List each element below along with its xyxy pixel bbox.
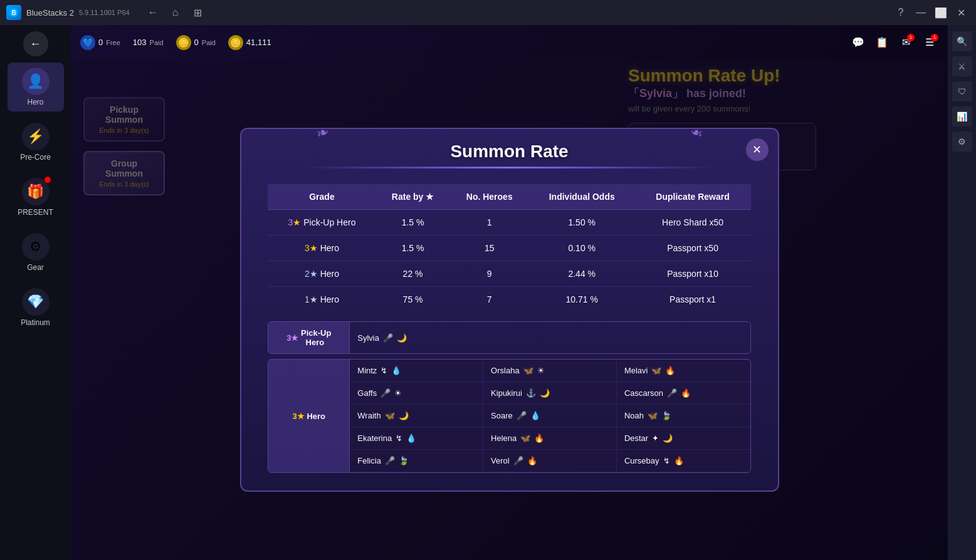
nav-windows-btn[interactable]: ⊞: [189, 4, 207, 21]
title-decoration: [305, 167, 714, 169]
sidebar-item-precore[interactable]: ⚡ Pre-Core: [8, 118, 64, 167]
three-star-hero-section: 3★ Hero Mintz ↯ 💧 Orslaha 🦋 ☀: [268, 359, 750, 473]
sidebar-item-gear[interactable]: ⚙ Gear: [8, 228, 64, 277]
right-btn-3[interactable]: 🛡: [952, 81, 972, 101]
paid-value: 103: [133, 38, 147, 47]
noah-name: Noah: [624, 411, 644, 420]
coins-icon: 🪙: [228, 35, 243, 50]
orslaha-name: Orslaha: [491, 366, 520, 375]
sidebar-platinum-label: Platinum: [21, 318, 50, 327]
heroes-3star: 15: [449, 236, 529, 261]
destar-icon2: 🌙: [663, 433, 673, 443]
helena-name: Helena: [491, 433, 517, 443]
gaffs-icon2: ☀: [394, 388, 402, 398]
modal-close-btn[interactable]: ✕: [746, 138, 769, 161]
cursebay-name: Cursebay: [624, 456, 659, 465]
star-symbol: ★: [293, 217, 301, 227]
grade-pickup-3star: 3★ Pick-Up Hero: [268, 210, 375, 236]
sidebar-item-present[interactable]: 🎁 PRESENT: [8, 173, 64, 222]
nav-home-btn[interactable]: ⌂: [167, 4, 184, 21]
heroes-2star: 9: [449, 261, 529, 287]
helena-icon2: 🔥: [534, 433, 544, 443]
orslaha-icon2: ☀: [537, 366, 545, 375]
wraith-icon1: 🦋: [385, 411, 395, 420]
hero-soare: Soare 🎤 💧: [483, 405, 617, 427]
app-icon: B: [6, 5, 21, 20]
melavi-icon1: 🦋: [651, 366, 661, 375]
col-rate: Rate by ★: [376, 184, 450, 210]
present-icon: 🎁: [22, 178, 50, 205]
hero-ekaterina: Ekaterina ↯ 💧: [350, 427, 483, 450]
gear-icon: ⚙: [22, 233, 50, 261]
cursebay-icon2: 🔥: [674, 456, 684, 465]
menu-btn[interactable]: ☰ 1: [921, 34, 938, 51]
coins-value: 41,111: [246, 38, 271, 47]
hero-icon: 👤: [22, 68, 50, 95]
kipukirui-name: Kipukirui: [491, 388, 522, 398]
ekaterina-name: Ekaterina: [357, 433, 392, 443]
felicia-icon1: 🎤: [385, 456, 395, 465]
col-odds: Individual Odds: [529, 184, 634, 210]
modal-overlay: ❧ ❧ Summon Rate ✕ Grade Rate by ★ No. He…: [71, 60, 948, 560]
resource-free: 💙 0 Free: [80, 35, 120, 50]
left-sidebar: ← 👤 Hero ⚡ Pre-Core 🎁 PRESENT ⚙ Gear 💎 P…: [0, 25, 71, 560]
reward-pickup: Hero Shard x50: [634, 210, 750, 236]
app-version: 5.9.11.1001 P64: [79, 9, 130, 16]
sidebar-hero-label: Hero: [27, 98, 43, 106]
right-btn-5[interactable]: ⚙: [952, 132, 972, 152]
modal-title: Summon Rate: [254, 142, 765, 162]
resource-gold-ticket: 🪙 0 Paid: [176, 35, 216, 50]
free-label: Free: [106, 39, 120, 46]
right-btn-2[interactable]: ⚔: [952, 56, 972, 76]
table-header-row: Grade Rate by ★ No. Heroes Individual Od…: [268, 184, 750, 210]
col-heroes: No. Heroes: [449, 184, 529, 210]
odds-1star: 10.71 %: [529, 287, 634, 313]
cascarson-icon2: 🔥: [681, 388, 691, 398]
mail-btn[interactable]: ✉ 1: [897, 34, 915, 51]
hero-orslaha: Orslaha 🦋 ☀: [483, 360, 617, 382]
grade-3star: 3★ Hero: [268, 236, 375, 261]
clipboard-btn[interactable]: 📋: [873, 34, 891, 51]
restore-btn[interactable]: ⬜: [932, 4, 950, 21]
sylvia-icon-moon: 🌙: [397, 333, 407, 343]
window-controls: ? — ⬜ ✕: [892, 4, 970, 21]
hero-cascarson: Cascarson 🎤 🔥: [617, 382, 750, 405]
summon-rate-table: Grade Rate by ★ No. Heroes Individual Od…: [268, 184, 750, 312]
nav-back-btn[interactable]: ←: [144, 4, 162, 21]
sidebar-item-hero[interactable]: 👤 Hero: [8, 63, 64, 111]
hero-cursebay: Cursebay ↯ 🔥: [617, 450, 750, 472]
minimize-btn[interactable]: —: [912, 4, 930, 21]
soare-name: Soare: [491, 411, 513, 420]
sylvia-name: Sylvia: [357, 333, 379, 343]
pickup-section-header: 3★ Pick-UpHero Sylvia 🎤 🌙: [268, 322, 750, 353]
resource-paid: 103 Paid: [133, 38, 164, 47]
right-btn-1[interactable]: 🔍: [952, 31, 972, 51]
gaffs-icon1: 🎤: [380, 388, 391, 398]
mintz-name: Mintz: [357, 366, 377, 375]
deco-right: ❧: [687, 128, 705, 143]
heroes-1star: 7: [449, 287, 529, 313]
wraith-icon2: 🌙: [399, 411, 409, 420]
right-btn-4[interactable]: 📊: [952, 106, 972, 127]
sidebar-gear-label: Gear: [27, 263, 44, 272]
gaffs-name: Gaffs: [357, 388, 377, 398]
sidebar-item-platinum[interactable]: 💎 Platinum: [8, 283, 64, 332]
odds-3star: 0.10 %: [529, 236, 634, 261]
star-3: 3★: [305, 243, 318, 253]
hero-list: Mintz ↯ 💧 Orslaha 🦋 ☀ Melavi 🦋 🔥: [350, 360, 750, 472]
mintz-icon1: ↯: [380, 366, 387, 375]
mintz-icon2: 💧: [391, 366, 401, 375]
svg-text:B: B: [11, 9, 16, 16]
col-grade: Grade: [268, 184, 375, 210]
chat-btn[interactable]: 💬: [849, 34, 867, 51]
sylvia-icon-mic: 🎤: [383, 333, 393, 343]
cascarson-name: Cascarson: [624, 388, 663, 398]
pickup-hero-sylvia: Sylvia 🎤 🌙: [350, 322, 750, 353]
help-btn[interactable]: ?: [892, 4, 910, 21]
felicia-name: Felicia: [357, 456, 381, 465]
close-btn[interactable]: ✕: [952, 4, 970, 21]
sidebar-back-btn[interactable]: ←: [23, 31, 48, 56]
paid2-label: Paid: [202, 39, 216, 46]
table-row: 3★ Pick-Up Hero 1.5 % 1 1.50 % Hero Shar…: [268, 210, 750, 236]
felicia-icon2: 🍃: [399, 456, 409, 465]
